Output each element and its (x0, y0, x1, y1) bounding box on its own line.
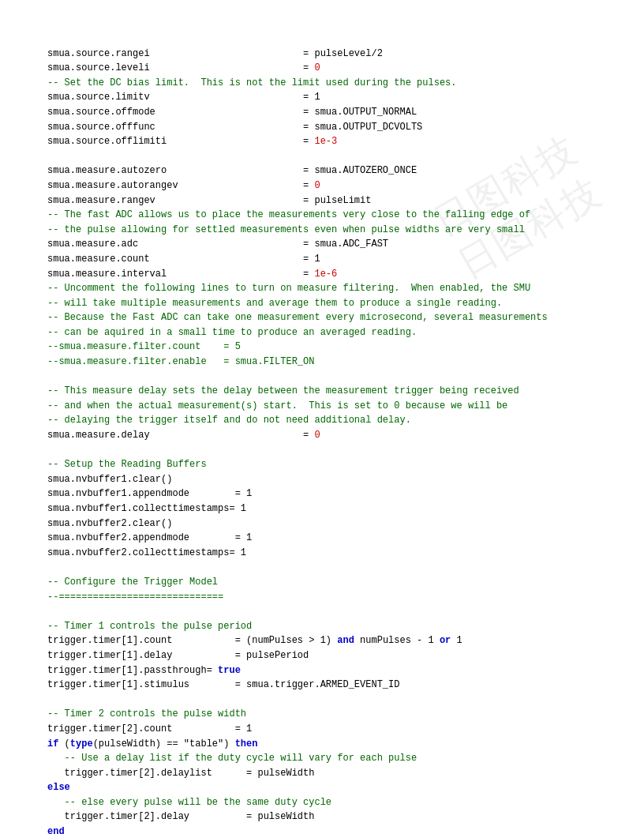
code-content: smua.source.rangei = pulseLevel/2 smua.s… (47, 32, 597, 834)
